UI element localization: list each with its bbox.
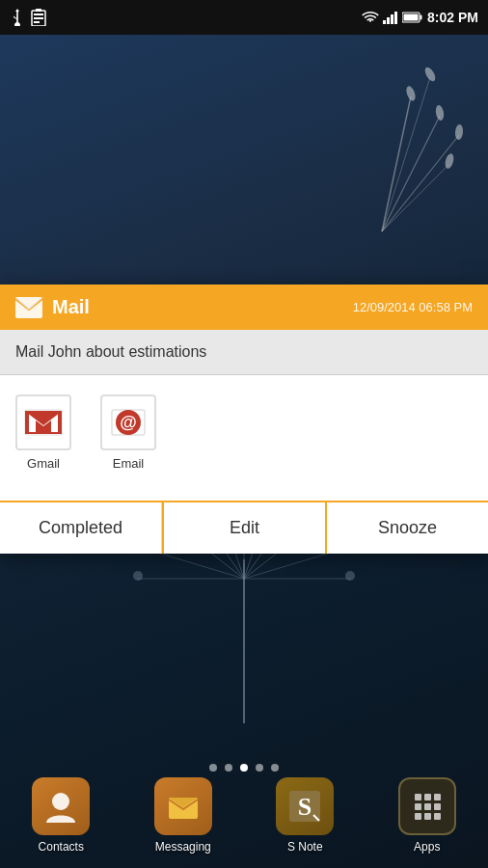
notification-card: Mail 12/09/2014 06:58 PM Mail John about… <box>0 285 488 554</box>
app-chooser: Gmail @ Email <box>0 375 488 501</box>
svg-rect-36 <box>34 17 43 19</box>
usb-icon <box>10 9 25 26</box>
completed-button[interactable]: Completed <box>0 502 162 554</box>
apps-dock-item[interactable]: Apps <box>398 777 456 854</box>
svg-point-5 <box>405 85 418 102</box>
card-header-left: Mail <box>15 296 90 318</box>
status-bar: 8:02 PM <box>0 0 488 35</box>
card-title: Mail <box>52 296 90 318</box>
gmail-svg <box>23 406 64 439</box>
messaging-dock-item[interactable]: Messaging <box>154 777 212 854</box>
svg-rect-65 <box>434 803 441 810</box>
action-buttons: Completed Edit Snooze <box>0 501 488 554</box>
status-icons <box>362 11 423 24</box>
clock: 8:02 PM <box>427 10 478 25</box>
svg-point-8 <box>444 152 455 170</box>
email-icon: @ <box>100 394 156 450</box>
dandelion-top-decoration <box>295 39 469 251</box>
svg-rect-43 <box>420 15 422 20</box>
svg-rect-61 <box>424 794 431 800</box>
messaging-label: Messaging <box>155 840 211 854</box>
svg-rect-68 <box>434 813 441 820</box>
email-svg: @ <box>108 402 149 443</box>
svg-rect-34 <box>36 9 41 12</box>
svg-text:@: @ <box>120 413 137 432</box>
svg-text:S: S <box>298 793 312 821</box>
svg-line-2 <box>382 135 459 231</box>
storage-icon <box>31 9 46 26</box>
snote-label: S Note <box>287 840 323 854</box>
svg-rect-41 <box>394 12 397 24</box>
svg-point-31 <box>345 571 355 581</box>
svg-point-55 <box>52 793 69 810</box>
svg-line-18 <box>244 550 340 579</box>
contacts-label: Contacts <box>39 840 84 854</box>
svg-rect-35 <box>34 14 43 15</box>
svg-rect-37 <box>34 21 40 23</box>
snooze-button[interactable]: Snooze <box>327 502 488 554</box>
svg-rect-62 <box>434 794 441 800</box>
contacts-icon <box>32 777 90 835</box>
gmail-label: Gmail <box>27 456 60 471</box>
card-timestamp: 12/09/2014 06:58 PM <box>353 300 473 314</box>
svg-line-4 <box>382 77 430 231</box>
wifi-icon <box>362 11 379 24</box>
snote-svg: S <box>286 788 323 825</box>
apps-icon <box>398 777 456 835</box>
apps-label: Apps <box>414 840 440 854</box>
svg-rect-50 <box>58 411 62 434</box>
svg-rect-64 <box>424 803 431 810</box>
contacts-dock-item[interactable]: Contacts <box>32 777 90 854</box>
contacts-svg <box>42 788 79 825</box>
svg-rect-39 <box>387 17 390 24</box>
edit-button[interactable]: Edit <box>162 502 327 554</box>
svg-point-9 <box>423 66 438 83</box>
status-left-icons <box>10 9 46 26</box>
svg-point-6 <box>435 104 446 121</box>
svg-rect-60 <box>415 794 421 800</box>
signal-icon <box>383 11 398 24</box>
bottom-dock: Contacts Messaging S S Note <box>0 768 488 868</box>
email-label: Email <box>113 456 145 471</box>
snote-dock-item[interactable]: S S Note <box>276 777 334 854</box>
apps-svg <box>409 788 446 825</box>
gmail-app-item[interactable]: Gmail <box>15 394 71 471</box>
svg-line-19 <box>148 550 244 579</box>
svg-rect-38 <box>383 20 386 24</box>
svg-rect-63 <box>415 803 421 810</box>
messaging-svg <box>165 788 202 825</box>
gmail-icon <box>15 394 71 450</box>
status-right-area: 8:02 PM <box>362 10 478 25</box>
card-header: Mail 12/09/2014 06:58 PM <box>0 285 488 330</box>
snote-icon: S <box>276 777 334 835</box>
svg-rect-44 <box>404 14 419 21</box>
svg-point-32 <box>133 571 143 581</box>
svg-line-1 <box>382 116 440 231</box>
svg-rect-49 <box>25 411 29 434</box>
battery-icon <box>402 12 423 23</box>
svg-rect-66 <box>415 813 421 820</box>
svg-rect-67 <box>424 813 431 820</box>
messaging-icon <box>154 777 212 835</box>
mail-envelope-icon <box>15 297 42 318</box>
svg-point-7 <box>454 124 463 141</box>
card-task-description: Mail John about estimations <box>0 330 488 375</box>
svg-rect-40 <box>391 14 393 24</box>
svg-line-0 <box>382 96 411 231</box>
email-app-item[interactable]: @ Email <box>100 394 156 471</box>
